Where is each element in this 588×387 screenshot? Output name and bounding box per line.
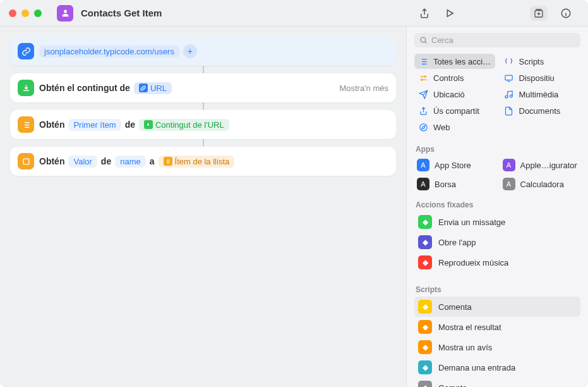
action-text: de [101, 156, 111, 166]
svg-point-8 [505, 95, 508, 98]
link-mini-icon [139, 83, 148, 92]
app-item[interactable]: AApple…igurator [500, 156, 581, 174]
minimize-button[interactable] [21, 9, 29, 17]
svg-rect-7 [505, 75, 512, 80]
download-mini-icon [144, 120, 153, 129]
action-label: Obtén [39, 120, 64, 130]
category-location[interactable]: Ubicació [414, 87, 495, 102]
action-icon: ◆ [418, 255, 432, 269]
svg-point-4 [421, 37, 426, 42]
window-controls [9, 9, 42, 17]
app-item[interactable]: AApp Store [414, 156, 495, 174]
library-sidebar: Totes les acci…ScriptsControlsDispositiu… [406, 27, 588, 387]
action-item[interactable]: ◆Envia un missatge [414, 212, 580, 232]
window-title: Contacts Get Item [81, 8, 412, 18]
value-type-token[interactable]: Valor [68, 156, 97, 168]
close-button[interactable] [9, 9, 16, 17]
url-token[interactable]: jsonplaceholder.typicode.com/users [39, 46, 179, 58]
app-icon: A [503, 178, 515, 190]
action-label: Obtén [39, 156, 64, 166]
action-item[interactable]: ◆Obre l'app [414, 232, 580, 252]
titlebar: Contacts Get Item [0, 0, 588, 27]
app-item[interactable]: ABorsa [414, 175, 495, 193]
location-icon [418, 89, 428, 99]
category-slider[interactable]: Controls [414, 70, 495, 85]
category-music[interactable]: Multimèdia [500, 87, 581, 102]
download-icon [18, 80, 34, 96]
app-item[interactable]: ACalculadora [500, 175, 581, 193]
app-icon: A [417, 159, 429, 171]
apps-grid: AApp StoreAApple…iguratorABorsaACalculad… [407, 156, 588, 195]
get-contents-action[interactable]: Obtén el contingut de URL Mostra'n més [10, 73, 396, 102]
category-grid: Totes les acci…ScriptsControlsDispositiu… [407, 52, 588, 140]
list-mini-icon [164, 157, 172, 166]
action-item[interactable]: ◆Reprodueix música [414, 252, 580, 273]
info-button[interactable] [559, 6, 573, 20]
action-item[interactable]: ◆Demana una entrada [414, 357, 580, 378]
action-item[interactable]: ◆Comenta [414, 297, 580, 317]
run-button[interactable] [443, 6, 457, 20]
music-icon [504, 89, 514, 99]
share-button[interactable] [417, 6, 431, 20]
action-icon: ◆ [418, 235, 432, 249]
action-text: de [125, 120, 135, 130]
action-item[interactable]: ◆Mostra el resultat [414, 317, 580, 337]
source-variable-token[interactable]: Ítem de la llista [159, 156, 235, 168]
action-icon: ◆ [418, 215, 432, 229]
action-icon: ◆ [418, 340, 432, 354]
search-input[interactable] [431, 35, 575, 45]
braces-icon [504, 56, 514, 66]
category-share[interactable]: Ús compartit [414, 103, 495, 118]
toolbar-right [417, 6, 579, 21]
category-display[interactable]: Dispositiu [500, 70, 581, 85]
svg-rect-3 [23, 159, 29, 164]
action-icon: ◆ [418, 381, 432, 387]
get-dictionary-value-action[interactable]: Obtén Valor de name a Ítem de la llista [10, 147, 396, 176]
category-safari[interactable]: Web [414, 120, 495, 135]
key-token[interactable]: name [115, 156, 146, 168]
category-doc[interactable]: Documents [500, 103, 581, 118]
shortcut-icon [57, 5, 73, 22]
actions-scroll[interactable]: Accions fixades ◆Envia un missatge◆Obre … [407, 195, 588, 387]
url-action[interactable]: jsonplaceholder.typicode.com/users + [10, 37, 396, 66]
doc-icon [504, 106, 514, 116]
scripts-header: Scripts [407, 280, 588, 297]
connector [10, 139, 396, 147]
scripts-list: ◆Comenta◆Mostra el resultat◆Mostra un av… [407, 297, 588, 387]
search-icon [419, 36, 428, 44]
action-icon: ◆ [418, 300, 432, 314]
show-more-button[interactable]: Mostra'n més [339, 83, 388, 93]
maximize-button[interactable] [34, 9, 42, 17]
app-icon: A [503, 159, 515, 171]
connector [10, 102, 396, 110]
svg-point-0 [64, 10, 67, 13]
library-button[interactable] [530, 6, 548, 21]
display-icon [504, 73, 514, 83]
url-variable-token[interactable]: URL [134, 82, 172, 94]
action-item[interactable]: ◆Mostra un avís [414, 337, 580, 357]
pinned-list: ◆Envia un missatge◆Obre l'app◆Reprodueix… [407, 212, 588, 280]
slider-icon [418, 73, 428, 83]
action-icon: ◆ [418, 320, 432, 334]
search-container [407, 27, 588, 52]
list-icon [418, 56, 428, 66]
search-field[interactable] [414, 33, 580, 47]
dictionary-icon [18, 153, 34, 169]
get-item-action[interactable]: Obtén Primer ítem de Contingut de l'URL [10, 110, 396, 139]
source-variable-token[interactable]: Contingut de l'URL [139, 119, 229, 131]
list-icon [18, 116, 34, 133]
add-url-button[interactable]: + [183, 44, 197, 58]
share-icon [418, 106, 428, 116]
svg-point-10 [419, 123, 426, 130]
connector [10, 66, 396, 73]
safari-icon [418, 122, 428, 132]
category-braces[interactable]: Scripts [500, 54, 581, 69]
editor: jsonplaceholder.typicode.com/users + Obt… [0, 27, 406, 387]
action-label: Obtén el contingut de [39, 83, 130, 93]
svg-point-9 [510, 95, 512, 97]
svg-point-5 [424, 75, 426, 77]
action-item[interactable]: ◆Compta [414, 378, 580, 387]
category-list[interactable]: Totes les acci… [414, 54, 495, 69]
item-selector-token[interactable]: Primer ítem [68, 119, 121, 131]
action-icon: ◆ [418, 360, 432, 374]
